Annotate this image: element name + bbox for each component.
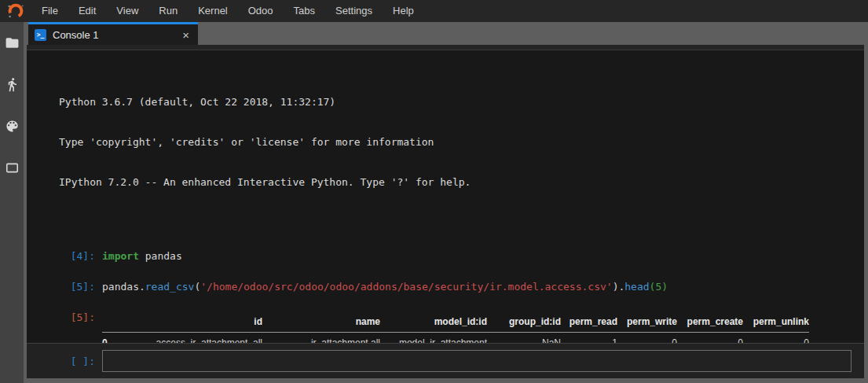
console-input-cell: [ ]: (27, 343, 864, 378)
index-header (102, 313, 121, 333)
code-cell-5: [5]: pandas.read_csv('/home/odoo/src/odo… (27, 280, 864, 293)
menu-item-help[interactable]: Help (383, 0, 424, 22)
code-cell-4: [4]: import pandas (27, 249, 864, 263)
close-icon[interactable]: × (180, 28, 192, 42)
kernel-banner: Python 3.6.7 (default, Oct 22 2018, 11:3… (59, 68, 864, 215)
column-header-model_id:id: model_id:id (380, 313, 487, 333)
table-cell: ir_attachment all (262, 333, 380, 344)
console-toolbar (27, 45, 864, 50)
table-cell: 0 (677, 333, 743, 344)
table-cell: 0 (743, 333, 809, 344)
console-scroll-region[interactable]: Python 3.6.7 (default, Oct 22 2018, 11:3… (27, 50, 864, 343)
row-index: 0 (102, 333, 121, 344)
code-token: head (624, 281, 649, 293)
running-kernels-icon[interactable] (4, 76, 20, 92)
column-header-group_id:id: group_id:id (487, 313, 561, 333)
code-token: pandas (139, 250, 182, 262)
banner-line: Python 3.6.7 (default, Oct 22 2018, 11:3… (59, 95, 864, 109)
console-panel: Python 3.6.7 (default, Oct 22 2018, 11:3… (27, 45, 864, 378)
code-line: import pandas (95, 249, 182, 263)
empty-input-prompt: [ ]: (27, 355, 95, 367)
table-cell: access_ir_attachment_all (121, 333, 262, 344)
column-header-perm_write: perm_write (617, 313, 677, 333)
column-header-perm_unlink: perm_unlink (743, 313, 809, 333)
menu-item-file[interactable]: File (31, 0, 68, 22)
odoo-logo-icon (0, 2, 31, 20)
table-header-row: idnamemodel_id:idgroup_id:idperm_readper… (102, 313, 809, 333)
menu-item-view[interactable]: View (106, 0, 148, 22)
tab-bar: >_ Console 1 × (27, 22, 864, 45)
menu-item-kernel[interactable]: Kernel (188, 0, 238, 22)
output-cell-5: [5]: idnamemodel_id:idgroup_id:idperm_re… (27, 311, 864, 343)
jupyterlab-window: FileEditViewRunKernelOdooTabsSettingsHel… (0, 0, 868, 383)
command-palette-icon[interactable] (4, 118, 20, 134)
table-cell: model_ir_attachment (380, 333, 487, 344)
code-token: (5) (650, 281, 668, 293)
table-cell: 0 (617, 333, 677, 344)
file-browser-icon[interactable] (4, 35, 20, 50)
menu-item-run[interactable]: Run (148, 0, 188, 22)
menu-item-odoo[interactable]: Odoo (238, 0, 284, 22)
tab-console-1[interactable]: >_ Console 1 × (28, 22, 198, 45)
column-header-name: name (262, 313, 380, 333)
input-prompt: [4]: (27, 249, 95, 263)
column-header-id: id (121, 313, 262, 333)
banner-line: IPython 7.2.0 -- An enhanced Interactive… (59, 175, 864, 189)
dataframe-table: idnamemodel_id:idgroup_id:idperm_readper… (102, 313, 809, 343)
menu-item-tabs[interactable]: Tabs (284, 0, 325, 22)
code-token: pandas. (102, 281, 145, 293)
code-token: read_csv (145, 281, 195, 293)
menu-item-settings[interactable]: Settings (325, 0, 383, 22)
banner-line: Type 'copyright', 'credits' or 'license'… (59, 135, 864, 149)
code-line: pandas.read_csv('/home/odoo/src/odoo/odo… (95, 280, 668, 293)
column-header-perm_read: perm_read (561, 313, 617, 333)
console-code-input[interactable] (102, 350, 852, 372)
console-icon: >_ (35, 29, 46, 41)
input-prompt: [5]: (27, 280, 95, 293)
table-row: 0access_ir_attachment_allir_attachment a… (102, 333, 809, 344)
menubar: FileEditViewRunKernelOdooTabsSettingsHel… (0, 0, 868, 22)
column-header-perm_create: perm_create (677, 313, 743, 333)
left-sidebar (0, 22, 24, 383)
code-token: ). (613, 281, 625, 293)
dataframe-output: idnamemodel_id:idgroup_id:idperm_readper… (95, 311, 809, 343)
code-token: '/home/odoo/src/odoo/odoo/addons/base/se… (200, 281, 612, 293)
table-cell: NaN (487, 333, 561, 344)
menu-items: FileEditViewRunKernelOdooTabsSettingsHel… (31, 0, 424, 22)
tab-title: Console 1 (53, 29, 180, 41)
code-token: import (102, 250, 139, 262)
main-dock-panel: >_ Console 1 × Python 3.6.7 (default, Oc… (24, 22, 868, 383)
menu-item-edit[interactable]: Edit (68, 0, 106, 22)
workspace: >_ Console 1 × Python 3.6.7 (default, Oc… (0, 22, 868, 383)
output-prompt: [5]: (27, 311, 95, 343)
open-tabs-icon[interactable] (4, 160, 20, 175)
table-cell: 1 (561, 333, 617, 344)
